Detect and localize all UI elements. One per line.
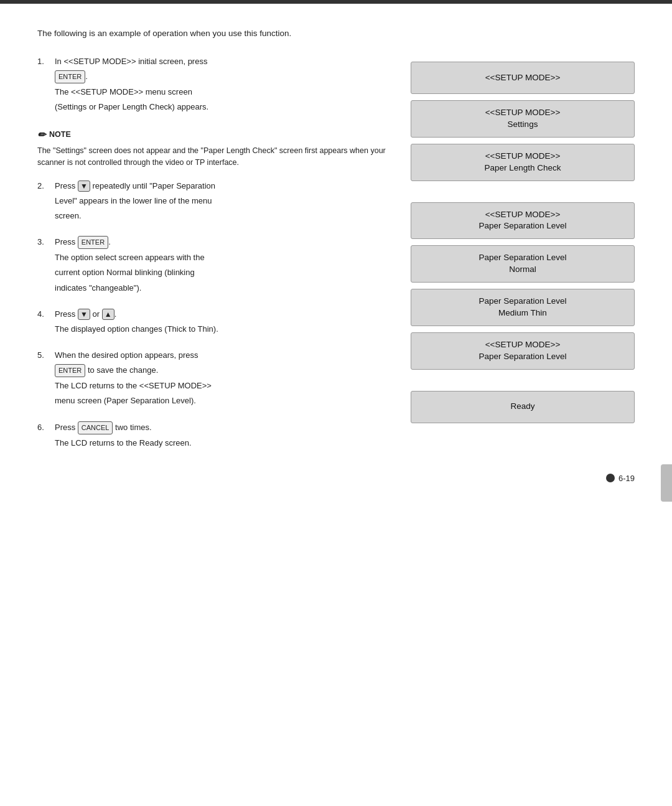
lcd-4-line1: <<SETUP MODE>> — [485, 209, 561, 221]
lcd-screen-5: Paper Separation Level Normal — [411, 245, 635, 283]
lcd-5-line2: Normal — [509, 264, 536, 276]
step-6-number: 6. — [37, 421, 50, 452]
intro-text: The following is an example of operation… — [37, 29, 635, 38]
lcd-2-line2: Settings — [508, 119, 538, 131]
step-5-body: When the desired option appears, press E… — [55, 349, 386, 410]
note-text: The "Settings" screen does not appear an… — [37, 145, 386, 169]
lcd-1-line1: <<SETUP MODE>> — [485, 72, 561, 84]
lcd-3-line2: Paper Length Check — [484, 162, 561, 174]
lcd-6-line1: Paper Separation Level — [478, 296, 566, 307]
spacer-1 — [411, 187, 635, 196]
step-3: 3. Press ENTER. The option select screen… — [37, 236, 386, 297]
step-4-number: 4. — [37, 308, 50, 338]
cancel-key-6: CANCEL — [78, 421, 113, 434]
page-number-text: 6-19 — [618, 474, 635, 483]
lcd-6-line2: Medium Thin — [498, 307, 547, 319]
left-column: 1. In <<SETUP MODE>> initial screen, pre… — [37, 55, 386, 463]
enter-key-1: ENTER — [55, 70, 85, 83]
lcd-3-line1: <<SETUP MODE>> — [485, 151, 561, 162]
lcd-screen-7: <<SETUP MODE>> Paper Separation Level — [411, 332, 635, 370]
lcd-8-line1: Ready — [510, 401, 534, 413]
page-bullet — [606, 474, 615, 482]
lcd-5-line1: Paper Separation Level — [478, 252, 566, 264]
lcd-screen-1: <<SETUP MODE>> — [411, 62, 635, 94]
lcd-screen-8: Ready — [411, 391, 635, 423]
step-6: 6. Press CANCEL two times. The LCD retur… — [37, 421, 386, 452]
step-2: 2. Press ▼ repeatedly until "Paper Separ… — [37, 180, 386, 225]
enter-key-3: ENTER — [78, 236, 108, 249]
step-4-body: Press ▼ or ▲. The displayed option chang… — [55, 308, 386, 338]
step-5-number: 5. — [37, 349, 50, 410]
step-2-body: Press ▼ repeatedly until "Paper Separati… — [55, 180, 386, 225]
down-arrow-btn-4: ▼ — [78, 309, 90, 320]
step-1-body: In <<SETUP MODE>> initial screen, press … — [55, 55, 386, 116]
step-3-body: Press ENTER. The option select screen ap… — [55, 236, 386, 297]
step-1-number: 1. — [37, 55, 50, 116]
page-number-area: 6-19 — [606, 474, 635, 483]
side-tab — [661, 464, 672, 502]
lcd-screen-6: Paper Separation Level Medium Thin — [411, 289, 635, 326]
lcd-screen-2: <<SETUP MODE>> Settings — [411, 100, 635, 138]
step-3-number: 3. — [37, 236, 50, 297]
lcd-2-line1: <<SETUP MODE>> — [485, 107, 561, 119]
down-arrow-btn: ▼ — [78, 180, 90, 192]
step-4: 4. Press ▼ or ▲. The displayed option ch… — [37, 308, 386, 338]
lcd-7-line1: <<SETUP MODE>> — [485, 339, 561, 351]
spacer-2 — [411, 376, 635, 385]
note-icon: ✏ — [37, 128, 45, 143]
step-1: 1. In <<SETUP MODE>> initial screen, pre… — [37, 55, 386, 116]
up-arrow-btn-4: ▲ — [102, 309, 114, 320]
enter-key-5: ENTER — [55, 364, 85, 377]
right-column: <<SETUP MODE>> <<SETUP MODE>> Settings <… — [411, 55, 635, 423]
lcd-screen-3: <<SETUP MODE>> Paper Length Check — [411, 144, 635, 181]
step-6-body: Press CANCEL two times. The LCD returns … — [55, 421, 386, 452]
note-box: ✏ NOTE The "Settings" screen does not ap… — [37, 128, 386, 169]
note-header-text: NOTE — [49, 129, 71, 141]
step-5: 5. When the desired option appears, pres… — [37, 349, 386, 410]
lcd-screen-4: <<SETUP MODE>> Paper Separation Level — [411, 202, 635, 240]
lcd-7-line2: Paper Separation Level — [478, 351, 566, 363]
lcd-4-line2: Paper Separation Level — [478, 220, 566, 232]
step-2-number: 2. — [37, 180, 50, 225]
